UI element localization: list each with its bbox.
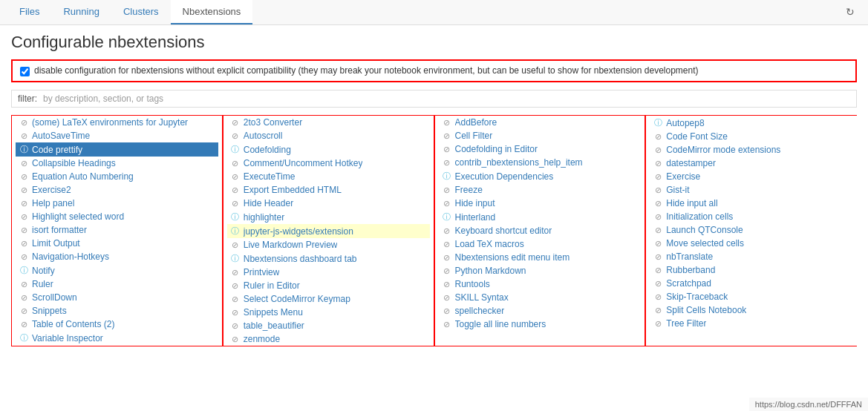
ext-item[interactable]: ⊘CodeMirror mode extensions — [650, 143, 853, 157]
ban-icon: ⊘ — [19, 239, 29, 249]
ban-icon: ⊘ — [442, 253, 452, 263]
ext-item[interactable]: ⊘Ruler — [16, 277, 218, 291]
top-nav: Files Running Clusters Nbextensions ↻ — [0, 0, 868, 25]
ext-item-name: Freeze — [455, 185, 483, 195]
ext-item[interactable]: ⊘Skip-Traceback — [650, 290, 853, 303]
info-icon: ⓘ — [442, 171, 452, 182]
tab-files[interactable]: Files — [7, 0, 51, 24]
ext-item[interactable]: ⊘nbTranslate — [650, 250, 853, 263]
ext-item[interactable]: ⊘AutoSaveTime — [16, 129, 218, 142]
ext-column-3: ⓘAutopep8⊘Code Font Size⊘CodeMirror mode… — [645, 115, 857, 346]
ext-item[interactable]: ⊘Highlight selected word — [16, 210, 218, 223]
ext-item[interactable]: ⊘Exercise — [650, 170, 853, 183]
ext-item[interactable]: ⊘SKILL Syntax — [439, 291, 642, 304]
ext-item[interactable]: ⊘Snippets Menu — [227, 306, 430, 319]
ext-item-name: Hide input — [455, 198, 495, 208]
ban-icon: ⊘ — [442, 306, 452, 316]
ext-item[interactable]: ⊘spellchecker — [439, 304, 642, 318]
ext-item[interactable]: ⊘Gist-it — [650, 183, 853, 197]
ext-item[interactable]: ⊘Split Cells Notebook — [650, 303, 853, 317]
ext-item[interactable]: ⊘Scratchpad — [650, 277, 853, 290]
ban-icon: ⊘ — [230, 321, 241, 331]
ban-icon: ⊘ — [19, 172, 29, 182]
ext-item[interactable]: ⊘Select CodeMirror Keymap — [227, 292, 430, 306]
ext-item[interactable]: ⊘Table of Contents (2) — [16, 318, 218, 331]
ext-item[interactable]: ⊘contrib_nbextensions_help_item — [439, 156, 642, 169]
ban-icon: ⊘ — [442, 145, 452, 154]
ext-item[interactable]: ⊘Navigation-Hotkeys — [16, 250, 218, 263]
ext-item[interactable]: ⊘(some) LaTeX environments for Jupyter — [16, 116, 218, 129]
ext-item[interactable]: ⓘjupyter-js-widgets/extension — [227, 224, 430, 238]
ext-item[interactable]: ⓘHinterland — [439, 210, 642, 224]
tab-clusters[interactable]: Clusters — [111, 0, 171, 24]
ext-item[interactable]: ⊘Runtools — [439, 277, 642, 291]
ext-item[interactable]: ⊘Cell Filter — [439, 129, 642, 142]
ext-item-name: Navigation-Hotkeys — [32, 251, 109, 262]
ext-item[interactable]: ⊘AddBefore — [439, 116, 642, 129]
ext-item[interactable]: ⊘2to3 Converter — [227, 116, 430, 129]
ext-item[interactable]: ⊘Nbextensions edit menu item — [439, 251, 642, 264]
ext-item-name: spellchecker — [455, 306, 505, 316]
ext-item-name: nbTranslate — [666, 251, 713, 262]
ext-item-name: AddBefore — [455, 117, 497, 128]
ext-item[interactable]: ⊘ExecuteTime — [227, 170, 430, 183]
ext-item[interactable]: ⊘Printview — [227, 266, 430, 279]
ext-item[interactable]: ⊘Python Markdown — [439, 264, 642, 277]
ext-item[interactable]: ⊘Comment/Uncomment Hotkey — [227, 157, 430, 170]
ext-item[interactable]: ⊘Help panel — [16, 197, 218, 210]
ext-item-name: contrib_nbextensions_help_item — [455, 157, 583, 168]
refresh-button[interactable]: ↻ — [846, 6, 855, 18]
info-icon: ⓘ — [19, 144, 29, 155]
ext-item-name: Hide input all — [666, 198, 717, 208]
ext-item[interactable]: ⊘Exercise2 — [16, 183, 218, 197]
ban-icon: ⊘ — [230, 118, 241, 128]
ext-item-name: ScrollDown — [32, 292, 77, 303]
ext-item[interactable]: ⊘zenmode — [227, 332, 430, 346]
ext-item[interactable]: ⓘAutopep8 — [650, 116, 853, 130]
ext-item[interactable]: ⊘Collapsible Headings — [16, 157, 218, 170]
ext-item-name: Cell Filter — [455, 131, 493, 141]
ext-item[interactable]: ⓘNbextensions dashboard tab — [227, 251, 430, 266]
tab-running[interactable]: Running — [51, 0, 111, 24]
ext-item[interactable]: ⊘Keyboard shortcut editor — [439, 224, 642, 237]
ext-item[interactable]: ⊘datestamper — [650, 157, 853, 170]
tab-nbextensions[interactable]: Nbextensions — [171, 0, 253, 24]
ext-item[interactable]: ⓘCodefolding — [227, 142, 430, 157]
ban-icon: ⊘ — [653, 252, 663, 262]
ext-item[interactable]: ⓘVariable Inspector — [16, 331, 218, 345]
ext-item[interactable]: ⓘExecution Dependencies — [439, 169, 642, 183]
ban-icon: ⊘ — [19, 252, 29, 262]
ext-item[interactable]: ⊘Autoscroll — [227, 129, 430, 142]
ban-icon: ⊘ — [19, 118, 29, 128]
ext-item[interactable]: ⊘Limit Output — [16, 237, 218, 250]
ext-column-0: ⊘(some) LaTeX environments for Jupyter⊘A… — [11, 115, 223, 346]
ext-item[interactable]: ⊘Toggle all line numbers — [439, 318, 642, 331]
ext-item[interactable]: ⊘Hide Header — [227, 197, 430, 210]
ext-item[interactable]: ⊘Rubberband — [650, 263, 853, 277]
ext-item[interactable]: ⊘Codefolding in Editor — [439, 142, 642, 156]
ext-item[interactable]: ⊘Load TeX macros — [439, 237, 642, 251]
ban-icon: ⊘ — [19, 226, 29, 235]
ext-item[interactable]: ⊘ScrollDown — [16, 291, 218, 304]
ext-item[interactable]: ⊘table_beautifier — [227, 319, 430, 332]
ext-item[interactable]: ⊘Move selected cells — [650, 237, 853, 250]
ban-icon: ⊘ — [653, 159, 663, 168]
ext-item[interactable]: ⊘Hide input all — [650, 197, 853, 210]
ext-item[interactable]: ⊘isort formatter — [16, 223, 218, 237]
ext-item[interactable]: ⊘Ruler in Editor — [227, 279, 430, 292]
ext-item[interactable]: ⓘhighlighter — [227, 210, 430, 224]
ext-item[interactable]: ⊘Live Markdown Preview — [227, 238, 430, 251]
ext-item[interactable]: ⊘Snippets — [16, 304, 218, 318]
ext-item[interactable]: ⊘Freeze — [439, 183, 642, 197]
ext-item[interactable]: ⊘Tree Filter — [650, 317, 853, 330]
ext-item[interactable]: ⓘCode prettify — [16, 142, 218, 157]
ext-item[interactable]: ⊘Equation Auto Numbering — [16, 170, 218, 183]
ext-item[interactable]: ⊘Export Embedded HTML — [227, 183, 430, 197]
ext-item[interactable]: ⓘNotify — [16, 263, 218, 277]
warning-checkbox[interactable] — [20, 67, 30, 76]
ext-item[interactable]: ⊘Hide input — [439, 197, 642, 210]
ext-item[interactable]: ⊘Initialization cells — [650, 210, 853, 223]
ext-item[interactable]: ⊘Launch QTConsole — [650, 223, 853, 237]
extensions-grid: ⊘(some) LaTeX environments for Jupyter⊘A… — [11, 115, 857, 346]
ext-item[interactable]: ⊘Code Font Size — [650, 130, 853, 143]
